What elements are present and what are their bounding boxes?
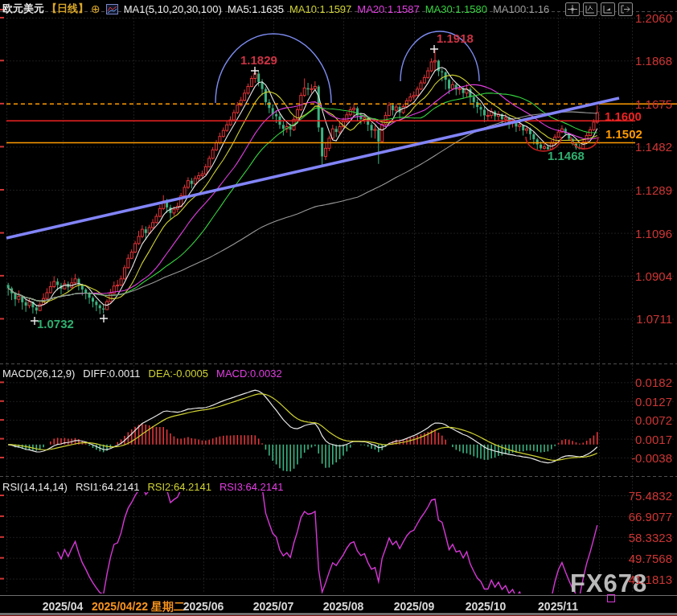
macd-value: MACD:0.0032 — [216, 368, 282, 380]
month-label[interactable]: 2025/08 — [323, 600, 364, 613]
macd-axis-label: 0.0072 — [635, 413, 672, 427]
hline-price-tag: 1.1600 — [605, 109, 642, 123]
rsi-axis-label: 58.3323 — [629, 531, 672, 544]
month-label[interactable]: 2025/10 — [466, 600, 507, 613]
month-label[interactable]: 2025/11 — [538, 600, 578, 613]
price-chart-canvas[interactable] — [0, 0, 677, 616]
price-annotation: 1.1918 — [437, 31, 474, 45]
zoom-axis-icon[interactable] — [583, 2, 597, 16]
plus-circle-icon[interactable]: ⊕ — [91, 2, 101, 15]
rsi1-value: RSI1:64.2141 — [76, 481, 140, 493]
chart-toolbar — [565, 2, 633, 16]
ma10-value: MA10:1.1597 — [289, 3, 351, 15]
macd-params-label[interactable]: MACD(26,12,9) — [2, 368, 75, 380]
macd-axis-label: -0.0038 — [631, 451, 672, 465]
month-label[interactable]: 2025/06 — [183, 600, 224, 613]
macd-dea-value: DEA:-0.0005 — [149, 368, 208, 380]
rsi3-value: RSI3:64.2141 — [220, 481, 284, 493]
rsi-header: RSI(14,14,14) RSI1:64.2141 RSI2:64.2141 … — [2, 479, 283, 494]
trading-chart-window: 欧元美元 【日线】 ⊕ MA1(5,10,20,30,100) MA5:1.16… — [0, 0, 677, 616]
price-axis-label: 1.1096 — [635, 227, 672, 240]
ma20-value: MA20:1.1587 — [357, 3, 419, 15]
hline-price-tag: 1.1502 — [605, 127, 642, 141]
crosshair-icon[interactable] — [565, 2, 580, 16]
rsi-axis-label: 41.1813 — [629, 573, 672, 586]
main-header: 欧元美元 【日线】 ⊕ MA1(5,10,20,30,100) MA5:1.16… — [2, 1, 549, 17]
macd-header: MACD(26,12,9) DIFF:0.0011 DEA:-0.0005 MA… — [2, 366, 282, 380]
price-axis-label: 1.0711 — [636, 312, 672, 326]
price-annotation: 1.1468 — [548, 149, 585, 162]
mini-chart-icon[interactable] — [106, 4, 118, 14]
ma100-value: MA100:1.16 — [493, 3, 549, 15]
rsi-params-label[interactable]: RSI(14,14,14) — [2, 481, 68, 493]
drawing-anchor-marker[interactable] — [607, 594, 615, 602]
symbol-title: 欧元美元 — [2, 2, 44, 16]
exit-fullscreen-icon[interactable] — [618, 2, 633, 16]
ma30-value: MA30:1.1580 — [425, 3, 487, 15]
ma5-value: MA5:1.1635 — [228, 3, 284, 15]
rsi-axis-label: 66.9077 — [629, 510, 672, 524]
price-axis-label: 1.1482 — [635, 140, 672, 154]
rsi-axis-label: 75.4832 — [629, 489, 672, 503]
month-label[interactable]: 2025/09 — [394, 600, 435, 613]
price-annotation: 1.1829 — [240, 53, 277, 67]
price-axis-label: 1.2060 — [635, 11, 672, 25]
price-axis-label: 1.1289 — [635, 183, 672, 197]
rsi2-value: RSI2:64.2141 — [147, 481, 211, 493]
price-axis-label: 1.1868 — [635, 54, 672, 68]
scale-axis-icon[interactable] — [601, 2, 615, 16]
selected-date-label[interactable]: 2025/04/22 星期二 — [92, 600, 185, 614]
macd-axis-label: 0.0182 — [635, 376, 672, 389]
price-annotation: 1.0732 — [37, 317, 74, 331]
rsi-axis-label: 49.7568 — [629, 552, 672, 565]
month-label[interactable]: 2025/04 — [43, 600, 84, 613]
price-axis-label: 1.0904 — [635, 269, 672, 283]
month-label[interactable]: 2025/07 — [253, 600, 294, 613]
macd-axis-label: 0.0017 — [635, 433, 672, 446]
macd-axis-label: 0.0127 — [635, 395, 672, 409]
period-label[interactable]: 【日线】 — [47, 2, 88, 16]
ma-settings-label[interactable]: MA1(5,10,20,30,100) — [124, 3, 222, 15]
macd-diff-value: DIFF:0.0011 — [83, 368, 140, 380]
